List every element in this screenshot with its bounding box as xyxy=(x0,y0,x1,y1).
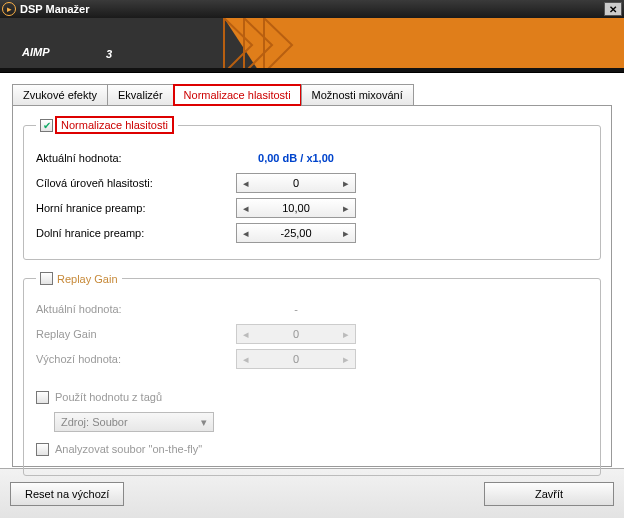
tab-mixing[interactable]: Možnosti mixování xyxy=(301,84,414,106)
app-banner: AIMP 3 xyxy=(0,18,624,73)
app-icon: ▸ xyxy=(2,2,16,16)
tab-sound-effects[interactable]: Zvukové efekty xyxy=(12,84,108,106)
titlebar: ▸ DSP Manažer ✕ xyxy=(0,0,624,18)
chevron-right-icon: ▸ xyxy=(337,353,355,366)
chevron-right-icon[interactable]: ▸ xyxy=(337,177,355,190)
content-area: Zvukové efekty Ekvalizér Normalizace hla… xyxy=(0,73,624,468)
normalization-title: Normalizace hlasitosti xyxy=(55,116,174,134)
close-icon[interactable]: ✕ xyxy=(604,2,622,16)
rg-gain-spinner: ◂ 0 ▸ xyxy=(236,324,356,344)
tab-equalizer[interactable]: Ekvalizér xyxy=(107,84,174,106)
rg-default-label: Výchozí hodnota: xyxy=(36,353,236,365)
analyze-checkbox: ✔ xyxy=(36,443,49,456)
window-title: DSP Manažer xyxy=(20,3,604,15)
chevron-right-icon[interactable]: ▸ xyxy=(337,227,355,240)
rg-default-spinner: ◂ 0 ▸ xyxy=(236,349,356,369)
tab-normalization[interactable]: Normalizace hlasitosti xyxy=(173,84,302,106)
replaygain-checkbox[interactable]: ✔ xyxy=(40,272,53,285)
close-button[interactable]: Zavřít xyxy=(484,482,614,506)
svg-text:AIMP: AIMP xyxy=(21,46,50,58)
rg-current-label: Aktuální hodnota: xyxy=(36,303,236,315)
chevron-left-icon[interactable]: ◂ xyxy=(237,202,255,215)
tab-bar: Zvukové efekty Ekvalizér Normalizace hla… xyxy=(12,83,612,105)
analyze-label: Analyzovat soubor "on-the-fly" xyxy=(55,443,202,455)
chevron-right-icon[interactable]: ▸ xyxy=(337,202,355,215)
lower-preamp-label: Dolní hranice preamp: xyxy=(36,227,236,239)
upper-preamp-spinner[interactable]: ◂ 10,00 ▸ xyxy=(236,198,356,218)
rg-current-value: - xyxy=(236,303,356,315)
chevron-right-icon: ▸ xyxy=(337,328,355,341)
tab-panel: ✔ Normalizace hlasitosti Aktuální hodnot… xyxy=(12,105,612,467)
target-level-label: Cílová úroveň hlasitosti: xyxy=(36,177,236,189)
use-tags-checkbox: ✔ xyxy=(36,391,49,404)
use-tags-label: Použít hodnotu z tagů xyxy=(55,391,162,403)
chevron-left-icon: ◂ xyxy=(237,328,255,341)
target-level-spinner[interactable]: ◂ 0 ▸ xyxy=(236,173,356,193)
source-combo: Zdroj: Soubor ▾ xyxy=(54,412,214,432)
reset-button[interactable]: Reset na výchozí xyxy=(10,482,124,506)
lower-preamp-spinner[interactable]: ◂ -25,00 ▸ xyxy=(236,223,356,243)
upper-preamp-label: Horní hranice preamp: xyxy=(36,202,236,214)
normalization-group: ✔ Normalizace hlasitosti Aktuální hodnot… xyxy=(23,116,601,260)
svg-rect-5 xyxy=(0,68,624,73)
chevron-left-icon: ◂ xyxy=(237,353,255,366)
current-value: 0,00 dB / x1,00 xyxy=(236,152,356,164)
current-value-label: Aktuální hodnota: xyxy=(36,152,236,164)
replaygain-title: Replay Gain xyxy=(57,273,118,285)
rg-gain-label: Replay Gain xyxy=(36,328,236,340)
svg-text:3: 3 xyxy=(106,48,112,60)
chevron-left-icon[interactable]: ◂ xyxy=(237,177,255,190)
svg-marker-1 xyxy=(224,18,624,73)
normalization-checkbox[interactable]: ✔ xyxy=(40,119,53,132)
chevron-down-icon: ▾ xyxy=(201,416,207,429)
replaygain-group: ✔ Replay Gain Aktuální hodnota: - Replay… xyxy=(23,272,601,476)
chevron-left-icon[interactable]: ◂ xyxy=(237,227,255,240)
